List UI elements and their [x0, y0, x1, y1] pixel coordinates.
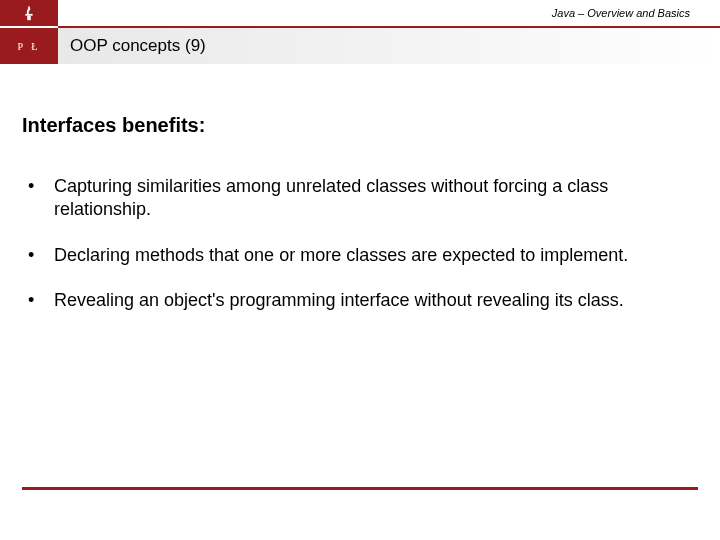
bullet-marker-icon: •: [22, 289, 54, 312]
logo-text: P Ł: [0, 28, 58, 64]
footer-divider: [22, 487, 698, 490]
slide-title: OOP concepts (9): [58, 28, 720, 64]
list-item: • Declaring methods that one or more cla…: [22, 244, 690, 267]
svg-rect-0: [25, 14, 32, 16]
breadcrumb: Java – Overview and Basics: [58, 7, 720, 19]
bullet-text: Revealing an object's programming interf…: [54, 289, 690, 312]
bullet-marker-icon: •: [22, 175, 54, 198]
bullet-list: • Capturing similarities among unrelated…: [22, 175, 690, 313]
title-row: P Ł OOP concepts (9): [0, 28, 720, 64]
list-item: • Revealing an object's programming inte…: [22, 289, 690, 312]
svg-rect-1: [27, 16, 31, 21]
logo-top: [0, 0, 58, 26]
list-item: • Capturing similarities among unrelated…: [22, 175, 690, 222]
header-row: Java – Overview and Basics: [0, 0, 720, 26]
bullet-text: Capturing similarities among unrelated c…: [54, 175, 690, 222]
content-area: Interfaces benefits: • Capturing similar…: [0, 64, 720, 313]
torch-icon: [20, 4, 38, 22]
bullet-text: Declaring methods that one or more class…: [54, 244, 690, 267]
bullet-marker-icon: •: [22, 244, 54, 267]
content-heading: Interfaces benefits:: [22, 114, 690, 137]
